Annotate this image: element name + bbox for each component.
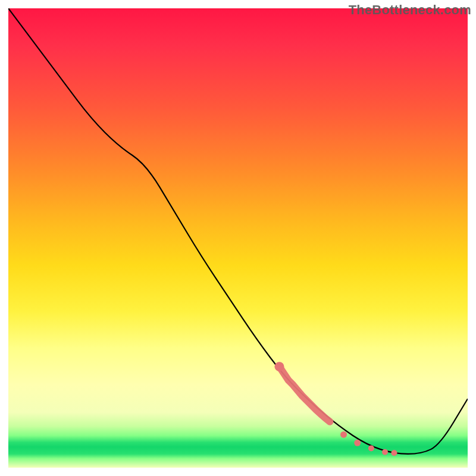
svg-point-3	[368, 446, 374, 452]
svg-point-2	[354, 440, 361, 446]
svg-point-4	[382, 449, 388, 455]
svg-point-5	[391, 450, 397, 456]
bottleneck-curve	[8, 8, 468, 454]
svg-point-1	[340, 431, 347, 438]
highlighted-segment	[274, 362, 397, 456]
chart-overlay	[8, 8, 468, 468]
svg-point-0	[274, 362, 284, 371]
watermark-text: TheBottleneck.com	[349, 2, 471, 18]
plot-area	[8, 8, 468, 468]
chart-frame: TheBottleneck.com	[0, 0, 476, 476]
